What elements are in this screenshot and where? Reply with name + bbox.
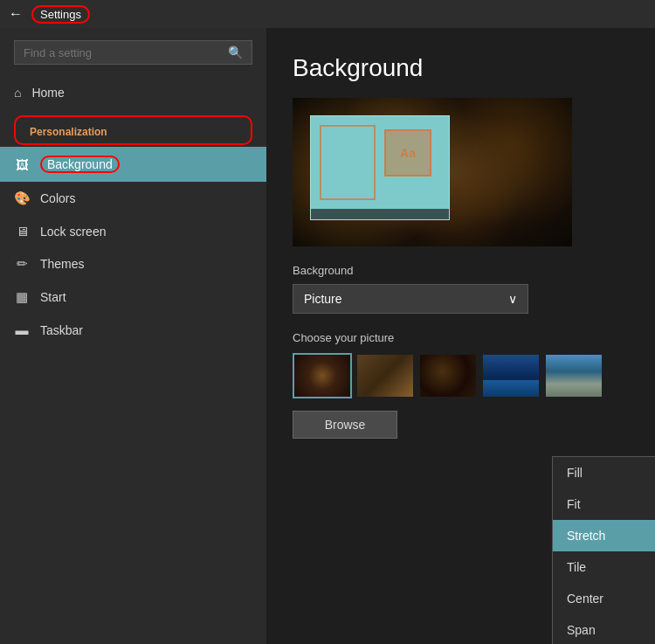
preview-background — [293, 98, 572, 246]
fit-option-span[interactable]: Span — [553, 614, 655, 644]
fit-dropdown-menu: Fill Fit Stretch ▶ Tile Center Span — [552, 456, 655, 644]
preview-desktop-inner — [311, 116, 449, 209]
start-icon: ▦ — [14, 289, 30, 305]
search-input[interactable] — [24, 46, 221, 59]
fill-label: Fill — [567, 466, 583, 480]
themes-icon: ✏ — [14, 256, 30, 272]
titlebar: ← Settings — [0, 0, 655, 28]
search-icon: 🔍 — [228, 45, 243, 59]
themes-label: Themes — [40, 257, 85, 271]
sidebar-item-themes[interactable]: ✏ Themes — [0, 247, 266, 280]
center-label: Center — [567, 592, 603, 606]
background-label: Background — [40, 156, 120, 173]
content-area: Background Background Picture ∨ Choose y… — [266, 28, 655, 644]
main-layout: 🔍 ⌂ Home Personalization 🖼 Background 🎨 … — [0, 28, 655, 644]
browse-label: Browse — [325, 418, 366, 432]
tile-label: Tile — [567, 560, 586, 574]
window-title: Settings — [31, 5, 90, 24]
back-button[interactable]: ← — [9, 6, 23, 22]
taskbar-icon: ▬ — [14, 322, 30, 337]
fit-option-fit[interactable]: Fit — [553, 488, 655, 520]
picture-thumb-4[interactable] — [481, 353, 541, 398]
thumb-image-1 — [294, 355, 350, 397]
lock-screen-icon: 🖥 — [14, 224, 30, 239]
start-label: Start — [40, 290, 66, 304]
picture-thumb-2[interactable] — [355, 353, 415, 398]
fit-option-stretch[interactable]: Stretch ▶ — [553, 520, 655, 551]
home-icon: ⌂ — [14, 86, 21, 100]
sidebar-item-background[interactable]: 🖼 Background — [0, 147, 266, 182]
picture-grid — [293, 353, 629, 398]
background-preview — [293, 98, 572, 246]
taskbar-label: Taskbar — [40, 323, 83, 337]
page-title: Background — [293, 54, 629, 82]
home-label: Home — [31, 86, 64, 100]
picture-thumb-5[interactable] — [544, 353, 603, 398]
thumb-image-5 — [546, 355, 602, 397]
fit-label: Fit — [567, 497, 581, 511]
sidebar-item-start[interactable]: ▦ Start — [0, 280, 266, 314]
thumb-image-4 — [483, 355, 539, 397]
sidebar: 🔍 ⌂ Home Personalization 🖼 Background 🎨 … — [0, 28, 266, 644]
choose-picture-label: Choose your picture — [293, 331, 629, 344]
personalization-section-label: Personalization — [14, 115, 252, 145]
thumb-image-3 — [420, 355, 476, 397]
colors-label: Colors — [40, 191, 75, 205]
preview-desktop — [310, 115, 450, 220]
thumb-image-2 — [357, 355, 413, 397]
span-label: Span — [567, 623, 596, 637]
picture-thumb-3[interactable] — [418, 353, 478, 398]
colors-icon: 🎨 — [14, 190, 30, 206]
background-icon: 🖼 — [14, 157, 30, 172]
sidebar-item-lock-screen[interactable]: 🖥 Lock screen — [0, 215, 266, 247]
background-field-label: Background — [293, 264, 629, 277]
dropdown-value: Picture — [304, 292, 342, 306]
preview-taskbar — [311, 209, 449, 219]
background-type-dropdown[interactable]: Picture ∨ — [293, 284, 528, 314]
fit-option-tile[interactable]: Tile — [553, 551, 655, 583]
chevron-down-icon: ∨ — [508, 292, 517, 306]
lock-screen-label: Lock screen — [40, 225, 106, 239]
sidebar-item-colors[interactable]: 🎨 Colors — [0, 182, 266, 215]
sidebar-item-home[interactable]: ⌂ Home — [0, 73, 266, 112]
fit-option-fill[interactable]: Fill — [553, 457, 655, 488]
stretch-label: Stretch — [567, 529, 605, 543]
fit-option-center[interactable]: Center — [553, 583, 655, 614]
sidebar-item-taskbar[interactable]: ▬ Taskbar — [0, 314, 266, 346]
picture-thumb-1[interactable] — [293, 353, 352, 398]
browse-button[interactable]: Browse — [293, 411, 397, 439]
search-container[interactable]: 🔍 — [14, 40, 252, 65]
